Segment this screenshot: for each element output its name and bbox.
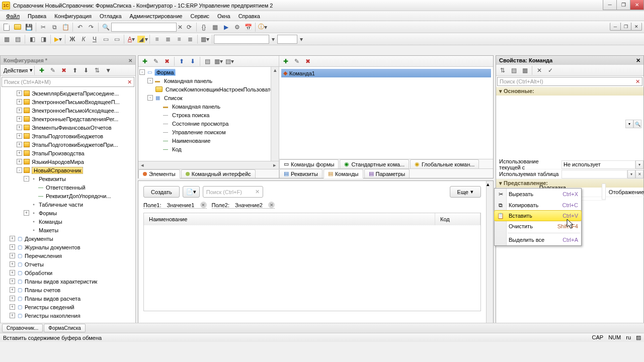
redo-button[interactable]: ↷ bbox=[86, 22, 97, 32]
conf-actions-label[interactable]: Действия bbox=[2, 67, 30, 73]
tree-item[interactable]: —РеквизитДопУпорядочи... bbox=[1, 192, 135, 200]
el-b3[interactable]: ▤▾ bbox=[224, 56, 235, 66]
tab-std-cmds[interactable]: ◉Стандартные кома... bbox=[340, 159, 409, 168]
undo-button[interactable]: ↶ bbox=[74, 22, 86, 32]
cut-button[interactable]: ✂ bbox=[38, 22, 49, 32]
preview-table[interactable]: Наименование Код bbox=[143, 213, 481, 311]
close-button[interactable]: ✕ bbox=[630, 0, 644, 10]
tab-form-cmds[interactable]: ▭Команды формы bbox=[279, 159, 339, 169]
tree-item[interactable]: +▢Планы счетов bbox=[1, 286, 135, 294]
conf-filter-button[interactable]: ▼ bbox=[103, 65, 114, 75]
tree-item[interactable]: +▢Журналы документов bbox=[1, 243, 135, 251]
tb-extra2[interactable]: ⚙ bbox=[231, 22, 243, 32]
tree-item[interactable]: +ЭкземплярБюджетаПрисоедине... bbox=[1, 89, 135, 98]
menu-config[interactable]: Конфигурация bbox=[50, 12, 96, 21]
props-sort-button[interactable]: ⇅ bbox=[497, 65, 508, 75]
tree-item[interactable]: ▪Табличные части bbox=[1, 200, 135, 209]
conf-down-button[interactable]: ⬇ bbox=[80, 65, 92, 75]
tb2-b3[interactable]: ◧ bbox=[27, 34, 38, 44]
conf-up-button[interactable]: ⬆ bbox=[69, 65, 80, 75]
align-center-button[interactable]: ≣ bbox=[163, 34, 174, 44]
open-button[interactable] bbox=[12, 22, 23, 32]
cmd-list-item-selected[interactable]: ◆Команда1 bbox=[281, 69, 491, 77]
props-clear-button[interactable]: ✕ bbox=[534, 65, 545, 75]
form-tree-item[interactable]: —Состояние просмотра bbox=[138, 119, 279, 128]
conf-edit-button[interactable]: ✎ bbox=[47, 65, 58, 75]
tab-glob-cmds[interactable]: ◉Глобальные коман... bbox=[410, 159, 479, 168]
tree-item[interactable]: +ЭлектронныеПредставленияРег... bbox=[1, 115, 135, 123]
tree-item[interactable]: +ЭлементыФинансовыхОтчетов bbox=[1, 123, 135, 132]
form-tree-item[interactable]: —Код bbox=[138, 145, 279, 153]
prop-display[interactable]: ОтображениеАвто▾ bbox=[606, 188, 644, 197]
save-button[interactable]: 💾 bbox=[23, 22, 34, 32]
align-left-button[interactable]: ≡ bbox=[151, 34, 163, 44]
tree-item[interactable]: +▢Регистры накопления bbox=[1, 311, 135, 320]
conf-sort-button[interactable]: ⇅ bbox=[92, 65, 103, 75]
align-justify-button[interactable]: ≣ bbox=[185, 34, 196, 44]
mdi-min-button[interactable]: ─ bbox=[610, 23, 621, 31]
prop-used-table[interactable]: Используемая таблица▾✕ bbox=[496, 169, 643, 179]
ctx-paste[interactable]: 📋ВставитьCtrl+V bbox=[494, 210, 582, 221]
tree-item[interactable]: ▪Макеты bbox=[1, 226, 135, 234]
format-dd1[interactable]: ▾ bbox=[269, 34, 277, 44]
align-right-button[interactable]: ≡ bbox=[174, 34, 185, 44]
tree-item[interactable]: +ЭлектронноеПисьмоИсходящее... bbox=[1, 106, 135, 115]
minimize-button[interactable]: ─ bbox=[603, 0, 617, 10]
menu-admin[interactable]: Администрирование bbox=[126, 12, 187, 21]
tb-extra3[interactable]: 📅 bbox=[243, 22, 254, 32]
italic-button[interactable]: К bbox=[78, 34, 89, 44]
form-tree-item[interactable]: ▬Командная панель bbox=[138, 102, 279, 111]
menu-edit[interactable]: Правка bbox=[24, 12, 50, 21]
more-button[interactable]: Еще▾ bbox=[450, 186, 481, 198]
conf-search-input[interactable]: Поиск (Ctrl+Alt+M)✕ bbox=[2, 77, 134, 87]
action-combo[interactable]: ▾ 🔍 bbox=[625, 120, 641, 128]
tree-item[interactable]: +▢Регистры сведений bbox=[1, 303, 135, 311]
menu-help[interactable]: Справка bbox=[234, 12, 264, 21]
tree-item[interactable]: +▢Обработки bbox=[1, 268, 135, 277]
filter-chip-1[interactable]: Поле1: Значение1 ✕ bbox=[143, 202, 207, 209]
elements-tree[interactable]: -▭Форма-▬Командная панельСписокКомпоновщ… bbox=[138, 67, 279, 161]
el-b2[interactable]: ▦▾ bbox=[213, 56, 224, 66]
format-input1[interactable] bbox=[214, 35, 269, 44]
form-tree-item[interactable]: -▦Список bbox=[138, 94, 279, 102]
mdi-close-button[interactable]: ✕ bbox=[631, 23, 642, 31]
tree-item[interactable]: -НовыйСправочник bbox=[1, 166, 135, 174]
tb2-b4[interactable]: ◨ bbox=[38, 34, 49, 44]
menu-window[interactable]: Окна bbox=[213, 12, 234, 21]
tb2-b5[interactable]: ▭ bbox=[100, 34, 111, 44]
start-debug-button[interactable]: ▶ bbox=[220, 22, 231, 32]
tree-item[interactable]: +▢Перечисления bbox=[1, 251, 135, 260]
conf-close-icon[interactable]: ✕ bbox=[128, 58, 132, 63]
menu-service[interactable]: Сервис bbox=[186, 12, 213, 21]
refresh-button[interactable]: ⟳ bbox=[184, 22, 195, 32]
create-button[interactable]: Создать bbox=[143, 186, 180, 198]
col-name[interactable]: Наименование bbox=[144, 213, 435, 225]
find-input[interactable] bbox=[111, 23, 177, 32]
run-button[interactable]: ▶▾ bbox=[52, 34, 63, 44]
tab-elements[interactable]: Элементы bbox=[138, 169, 180, 178]
el-up-button[interactable]: ⬆ bbox=[176, 56, 187, 66]
tb-extra1[interactable]: ▦ bbox=[209, 22, 220, 32]
mdi-tab-2[interactable]: ФормаСписка bbox=[44, 324, 86, 332]
tree-item[interactable]: +ЭлектронноеПисьмоВходящееП... bbox=[1, 98, 135, 106]
tree-item[interactable]: +▢Планы видов расчета bbox=[1, 294, 135, 303]
mdi-tab-1[interactable]: Справочник... bbox=[2, 324, 43, 332]
tree-item[interactable]: +ЭтапыПодготовкиБюджетовПри... bbox=[1, 140, 135, 149]
fill-color-button[interactable]: ◢▾ bbox=[137, 34, 148, 44]
cmd-del-button[interactable]: ✖ bbox=[302, 56, 313, 66]
copy-button[interactable]: ⧉ bbox=[49, 22, 60, 32]
form-tree-item[interactable]: —Управление поиском bbox=[138, 128, 279, 136]
props-search-input[interactable]: Поиск (Ctrl+Alt+I)✕ bbox=[497, 77, 642, 86]
el-del-button[interactable]: ✖ bbox=[162, 56, 173, 66]
tab-cmd-iface[interactable]: Командный интерфейс bbox=[181, 169, 256, 178]
find-button[interactable]: 🔍 bbox=[100, 22, 111, 32]
menu-debug[interactable]: Отладка bbox=[96, 12, 125, 21]
form-tree-item[interactable]: -▭Форма bbox=[138, 68, 279, 76]
props-b3[interactable]: ▦ bbox=[519, 65, 530, 75]
new-button[interactable] bbox=[1, 22, 12, 32]
conf-del-button[interactable]: ✖ bbox=[58, 65, 69, 75]
tree-item[interactable]: +ЭтапыПодготовкиБюджетов bbox=[1, 132, 135, 140]
bold-button[interactable]: Ж bbox=[67, 34, 78, 44]
tab-cmds[interactable]: ▤Команды bbox=[324, 169, 363, 178]
prop-use-current[interactable]: Использование текущей сНе использует▾ bbox=[496, 160, 643, 169]
